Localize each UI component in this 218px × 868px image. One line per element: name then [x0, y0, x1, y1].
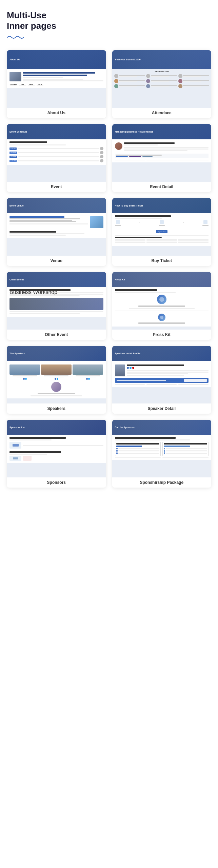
preview-sponsorship: Call for Sponsors: [112, 420, 212, 477]
card-label-event: Event: [7, 182, 106, 192]
card-label-speakers: Speakers: [7, 403, 106, 414]
preview-event: Event Schedule 9:00 AM 10:30 AM 12:00 PM: [7, 124, 106, 182]
card-label-other-event: Other Event: [7, 330, 106, 340]
preview-buy-ticket: How To Buy Event Ticket › ›: [112, 198, 212, 256]
preview-attendace: Business Summit 2020 Attendees List: [112, 50, 212, 108]
card-label-buy-ticket: Buy Ticket: [112, 256, 212, 266]
card-label-attendace: Attendace: [112, 108, 212, 118]
header-section: Multi-Use Inner pages: [7, 10, 211, 40]
preview-speakers: The Speakers: [7, 346, 106, 403]
card-label-sponsors: Sponsors: [7, 477, 106, 488]
preview-about-us: About Us 18,000+: [7, 50, 106, 108]
card-other-event[interactable]: Other Events Business Workshop Other Eve…: [7, 272, 106, 340]
card-label-about: About Us: [7, 108, 106, 118]
card-attendace[interactable]: Business Summit 2020 Attendees List: [112, 50, 212, 118]
card-label-speaker-detail: Speaker Detail: [112, 403, 212, 414]
preview-other-event: Other Events Business Workshop: [7, 272, 106, 330]
preview-speaker-detail: Speakers detail Profile: [112, 346, 212, 403]
card-sponsors[interactable]: Sponsors List: [7, 420, 106, 488]
card-event-detail[interactable]: Managing Business Relationships: [112, 124, 212, 192]
card-label-event-detail: Event Detail: [112, 182, 212, 192]
card-speakers[interactable]: The Speakers: [7, 346, 106, 414]
pages-grid: About Us 18,000+: [7, 50, 211, 488]
preview-press-kit: Press Kit: [112, 272, 212, 330]
preview-venue: Event Venue: [7, 198, 106, 256]
card-sponsorship[interactable]: Call for Sponsors: [112, 420, 212, 488]
card-press-kit[interactable]: Press Kit Press Kit: [112, 272, 212, 340]
card-about-us[interactable]: About Us 18,000+: [7, 50, 106, 118]
card-label-venue: Venue: [7, 256, 106, 266]
card-venue[interactable]: Event Venue: [7, 198, 106, 266]
main-title: Multi-Use Inner pages: [7, 10, 211, 31]
card-event[interactable]: Event Schedule 9:00 AM 10:30 AM 12:00 PM: [7, 124, 106, 192]
preview-event-detail: Managing Business Relationships: [112, 124, 212, 182]
card-label-sponsorship: Sponshirship Package: [112, 477, 212, 488]
card-buy-ticket[interactable]: How To Buy Event Ticket › ›: [112, 198, 212, 266]
card-speaker-detail[interactable]: Speakers detail Profile: [112, 346, 212, 414]
wave-decoration: [7, 34, 211, 40]
card-label-press-kit: Press Kit: [112, 330, 212, 340]
preview-sponsors: Sponsors List: [7, 420, 106, 477]
